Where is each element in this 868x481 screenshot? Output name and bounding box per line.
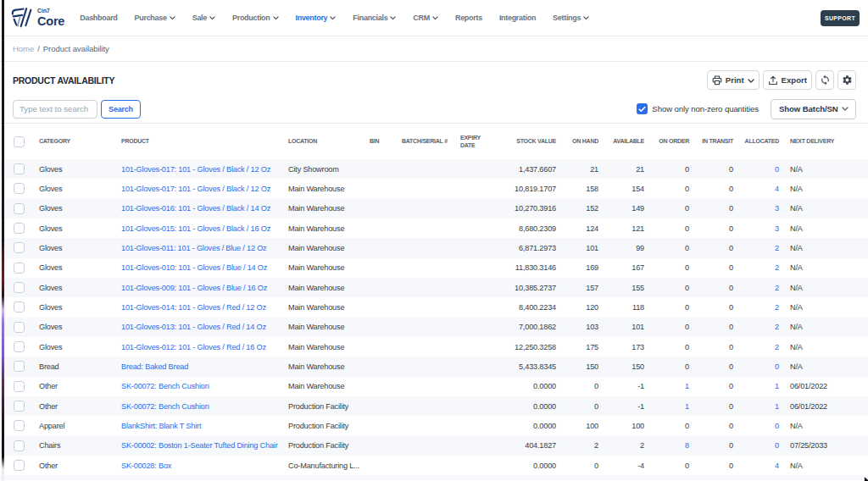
nav-item-inventory[interactable]: Inventory — [296, 14, 337, 22]
row-checkbox[interactable] — [14, 242, 25, 253]
cell-value-allocated[interactable]: 2 — [775, 263, 779, 272]
row-checkbox[interactable] — [14, 401, 25, 412]
row-checkbox[interactable] — [14, 203, 25, 214]
row-checkbox[interactable] — [14, 282, 25, 293]
cell-value-product[interactable]: 101-Gloves-012: 101 - Gloves / Red / 16 … — [121, 343, 266, 351]
column-header-stock_value[interactable]: STOCK VALUE — [516, 137, 556, 145]
cell-value-product[interactable]: SK-00028: Box — [121, 462, 171, 470]
column-header-bin[interactable]: BIN — [370, 137, 379, 145]
row-checkbox[interactable] — [14, 183, 25, 194]
row-checkbox[interactable] — [14, 163, 25, 174]
header-cell-expiry_date[interactable]: EXPIRY DATE — [458, 124, 512, 159]
cell-value-product[interactable]: Bread: Baked Bread — [121, 362, 188, 371]
nav-item-settings[interactable]: Settings — [553, 14, 589, 22]
cell-value-product[interactable]: 101-Gloves-017: 101 - Gloves / Black / 1… — [121, 165, 270, 174]
nav-item-purchase[interactable]: Purchase — [135, 14, 175, 22]
batch-sn-dropdown[interactable]: Show Batch/SN — [771, 99, 856, 119]
column-header-category[interactable]: CATEGORY — [39, 137, 70, 145]
cell-value-on_order[interactable]: 1 — [685, 402, 689, 411]
cell-value-allocated[interactable]: 3 — [775, 204, 779, 213]
row-checkbox[interactable] — [14, 440, 25, 451]
cell-value-allocated[interactable]: 2 — [775, 323, 779, 331]
column-header-product[interactable]: PRODUCT — [121, 137, 149, 145]
row-checkbox[interactable] — [14, 322, 25, 333]
header-cell-on_order[interactable]: ON ORDER — [648, 124, 693, 159]
row-checkbox[interactable] — [14, 301, 25, 312]
nav-item-production[interactable]: Production — [232, 14, 279, 22]
row-checkbox[interactable] — [14, 381, 25, 392]
column-header-batch_serial[interactable]: BATCH/SERIAL # — [402, 137, 448, 145]
header-cell-product[interactable]: PRODUCT — [119, 124, 286, 159]
nav-item-sale[interactable]: Sale — [192, 14, 215, 22]
settings-button[interactable] — [837, 70, 856, 90]
row-checkbox[interactable] — [14, 341, 25, 352]
cell-value-product[interactable]: 101-Gloves-015: 101 - Gloves / Black / 1… — [121, 224, 270, 233]
column-header-in_transit[interactable]: IN TRANSIT — [702, 137, 733, 145]
cell-value-product[interactable]: 101-Gloves-013: 101 - Gloves / Red / 14 … — [121, 323, 266, 331]
header-cell-next_delivery[interactable]: NEXT DELIVERY — [782, 124, 868, 159]
refresh-button[interactable] — [815, 70, 834, 90]
header-cell-location[interactable]: LOCATION — [286, 124, 367, 159]
cell-value-product[interactable]: 101-Gloves-016: 101 - Gloves / Black / 1… — [121, 204, 270, 213]
nonzero-checkbox[interactable] — [637, 103, 648, 114]
cell-value-on_order[interactable]: 1 — [685, 382, 689, 390]
cell-value-allocated[interactable]: 1 — [775, 402, 779, 411]
header-cell-stock_value[interactable]: STOCK VALUE — [512, 124, 559, 159]
cell-value-allocated[interactable]: 4 — [775, 462, 779, 470]
column-header-available[interactable]: AVAILABLE — [613, 137, 644, 145]
row-checkbox[interactable] — [14, 223, 25, 234]
cell-value-allocated[interactable]: 2 — [775, 284, 779, 292]
cell-value-allocated[interactable]: 4 — [775, 185, 779, 193]
row-checkbox[interactable] — [14, 361, 25, 372]
nav-item-crm[interactable]: CRM — [413, 14, 438, 22]
row-checkbox[interactable] — [14, 460, 25, 471]
cell-value-product[interactable]: 101-Gloves-011: 101 - Gloves / Blue / 12… — [121, 244, 267, 252]
header-cell-in_transit[interactable]: IN TRANSIT — [693, 124, 737, 159]
column-header-expiry_date[interactable]: EXPIRY DATE — [460, 134, 486, 149]
print-button[interactable]: Print — [707, 70, 760, 90]
header-cell-batch_serial[interactable]: BATCH/SERIAL # — [399, 124, 458, 159]
cell-value-allocated[interactable]: 2 — [775, 244, 779, 252]
header-cell-bin[interactable]: BIN — [367, 124, 399, 159]
breadcrumb-home-link[interactable]: Home — [13, 44, 34, 53]
header-cell-on_hand[interactable]: ON HAND — [559, 124, 602, 159]
nav-item-integration[interactable]: Integration — [499, 14, 536, 22]
cell-value-product[interactable]: BlankShirt: Blank T Shirt — [121, 422, 201, 430]
cin7-core-logo[interactable]: Cin7 Core — [10, 7, 64, 29]
cell-value-allocated[interactable]: 0 — [775, 441, 779, 450]
support-button[interactable]: SUPPORT — [821, 10, 860, 26]
nav-item-dashboard[interactable]: Dashboard — [80, 14, 117, 22]
cell-value-product[interactable]: 101-Gloves-017: 101 - Gloves / Black / 1… — [121, 185, 270, 193]
header-cell-allocated[interactable]: ALLOCATED — [737, 124, 782, 159]
nav-item-reports[interactable]: Reports — [455, 14, 482, 22]
header-cell-category[interactable]: CATEGORY — [34, 124, 119, 159]
cell-value-product[interactable]: SK-00072: Bench Cushion — [121, 402, 209, 411]
row-checkbox[interactable] — [14, 263, 25, 274]
column-header-next_delivery[interactable]: NEXT DELIVERY — [790, 137, 834, 145]
cell-value-allocated[interactable]: 0 — [775, 362, 779, 371]
search-button[interactable]: Search — [101, 100, 141, 119]
cell-value-product[interactable]: SK-00002: Boston 1-Seater Tufted Dining … — [121, 441, 278, 450]
cell-value-allocated[interactable]: 0 — [775, 165, 779, 174]
cell-value-allocated[interactable]: 2 — [775, 303, 779, 312]
cell-value-allocated[interactable]: 3 — [775, 224, 779, 233]
row-checkbox[interactable] — [14, 420, 25, 431]
cell-value-on_order[interactable]: 8 — [685, 441, 689, 450]
cell-value-allocated[interactable]: 2 — [775, 343, 779, 351]
cell-value-product[interactable]: 101-Gloves-009: 101 - Gloves / Blue / 16… — [121, 284, 267, 292]
select-all-checkbox[interactable] — [14, 136, 25, 147]
column-header-location[interactable]: LOCATION — [288, 137, 317, 145]
cell-value-product[interactable]: 101-Gloves-010: 101 - Gloves / Blue / 14… — [121, 263, 267, 272]
column-header-allocated[interactable]: ALLOCATED — [745, 137, 779, 145]
cell-value-product[interactable]: SK-00072: Bench Cushion — [121, 382, 209, 390]
header-cell-available[interactable]: AVAILABLE — [602, 124, 648, 159]
export-button[interactable]: Export — [763, 70, 812, 90]
column-header-on_order[interactable]: ON ORDER — [659, 137, 689, 145]
column-header-on_hand[interactable]: ON HAND — [572, 137, 598, 145]
cell-value-product[interactable]: 101-Gloves-014: 101 - Gloves / Red / 12 … — [121, 303, 266, 312]
nav-item-financials[interactable]: Financials — [353, 14, 396, 22]
cell-value-on_order: 0 — [685, 303, 689, 312]
cell-value-allocated[interactable]: 0 — [775, 422, 779, 430]
cell-value-allocated[interactable]: 1 — [775, 382, 779, 390]
search-input[interactable] — [13, 100, 97, 119]
